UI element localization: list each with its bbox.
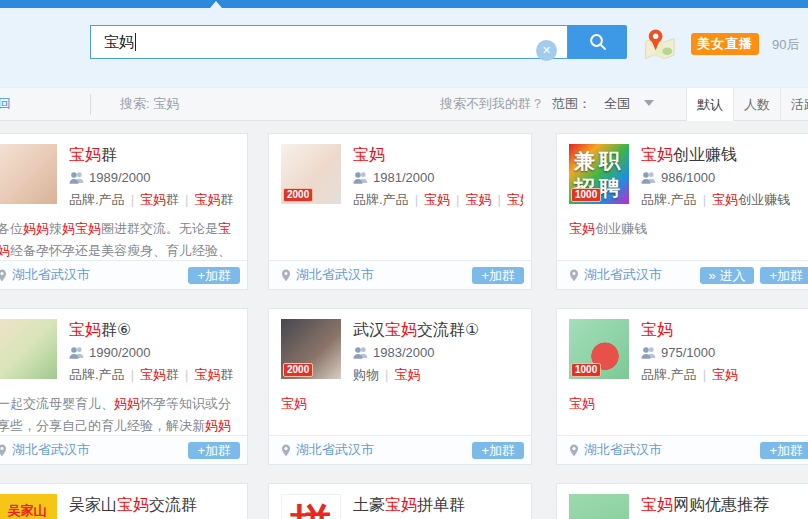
group-desc: 一起交流母婴育儿、妈妈怀孕等知识或分享些，分享自己的育儿经验，解决新妈妈对宝宝.… — [0, 393, 237, 437]
card-buttons: +加群 — [466, 441, 524, 460]
magnifier-icon — [588, 32, 608, 52]
live-stream-badge[interactable]: 美女直播 — [691, 33, 759, 55]
range-select[interactable]: 全国 — [604, 88, 654, 120]
members-icon — [69, 346, 84, 359]
group-avatar[interactable] — [0, 319, 57, 379]
results-grid: 宝妈群 1989/2000 品牌.产品|宝妈群|宝妈群|宝妈群 各位妈妈辣妈宝妈… — [0, 121, 808, 519]
nearby-map-icon[interactable] — [641, 26, 678, 63]
group-avatar[interactable] — [0, 144, 57, 204]
group-info: 宝妈 1981/2000 品牌.产品|宝妈|宝妈|宝妈 — [353, 144, 523, 209]
avatar-text: 拼 — [282, 495, 340, 519]
tab-0[interactable]: 默认 — [686, 88, 733, 121]
group-desc: 宝妈 — [281, 393, 521, 415]
group-avatar[interactable]: 2000 — [281, 144, 341, 204]
card-buttons: +加群 — [754, 441, 808, 460]
tab-group: 默认人数活跃 — [686, 88, 808, 121]
search-input[interactable]: 宝妈 — [90, 25, 568, 59]
group-avatar[interactable]: 2000 — [281, 319, 341, 379]
group-info: 武汉宝妈交流群① 1983/2000 购物|宝妈 — [353, 319, 523, 384]
card-buttons: +加群 — [182, 266, 240, 285]
location-pin-icon — [281, 269, 291, 282]
qq-group-search-page: { "colors":{"topbar":"#2e89dc","panel_bg… — [0, 0, 808, 519]
group-card[interactable]: 兼职招聘 1000 宝妈创业赚钱 986/1000 品牌.产品|宝妈创业赚钱 宝… — [556, 133, 808, 290]
group-title[interactable]: 宝妈网购优惠推荐 — [641, 494, 808, 515]
group-info: 宝妈群 1989/2000 品牌.产品|宝妈群|宝妈群|宝妈群 — [69, 144, 239, 209]
tab-2[interactable]: 活跃 — [780, 88, 808, 121]
location-text: 湖北省武汉市 — [12, 266, 90, 284]
card-footer: 湖北省武汉市 +加群 — [0, 260, 247, 289]
card-footer: 湖北省武汉市 +加群 — [0, 435, 247, 464]
group-avatar[interactable] — [569, 494, 629, 519]
join-button[interactable]: +加群 — [760, 267, 808, 284]
group-title[interactable]: 土豪宝妈拼单群 — [353, 494, 523, 515]
hot-links: 90后TF — [772, 35, 808, 54]
member-count: 975/1000 — [641, 345, 808, 360]
hot-link-0[interactable]: 90后 — [772, 37, 799, 52]
group-location: 湖北省武汉市 — [281, 266, 466, 284]
search-button[interactable] — [568, 25, 627, 59]
member-count-text: 1989/2000 — [89, 170, 150, 185]
group-tags: 购物|宝妈 — [353, 366, 523, 384]
filter-bar: 返回 搜索: 宝妈 搜索不到我的群？ 范围： 全国 默认人数活跃 — [0, 87, 808, 121]
location-pin-icon — [0, 444, 7, 457]
search-term-label: 搜索: 宝妈 — [120, 88, 179, 120]
location-pin-icon — [0, 269, 7, 282]
group-title[interactable]: 宝妈创业赚钱 — [641, 144, 808, 165]
group-card[interactable]: 宝妈群⑥ 1990/2000 品牌.产品|宝妈群|宝妈群|宝妈群 一起交流母婴育… — [0, 308, 248, 465]
group-title[interactable]: 宝妈群 — [69, 144, 239, 165]
group-info: 吴家山宝妈交流群 347/2000 — [69, 494, 239, 519]
group-card[interactable]: 2000 宝妈 1981/2000 品牌.产品|宝妈|宝妈|宝妈 — [268, 133, 532, 290]
card-footer: 湖北省武汉市 +加群 — [269, 435, 531, 464]
cant-find-group-link[interactable]: 搜索不到我的群？ — [440, 88, 544, 120]
group-card[interactable]: 2000 武汉宝妈交流群① 1983/2000 购物|宝妈 宝妈 — [268, 308, 532, 465]
join-button[interactable]: +加群 — [188, 267, 240, 284]
group-avatar[interactable]: 兼职招聘 1000 — [569, 144, 629, 204]
group-desc: 宝妈 — [569, 393, 808, 415]
card-buttons: +加群 — [182, 441, 240, 460]
group-title[interactable]: 武汉宝妈交流群① — [353, 319, 523, 340]
header-right-cluster: 美女直播 90后TF — [641, 24, 808, 64]
member-count: 1989/2000 — [69, 170, 239, 185]
avatar-capacity-badge: 1000 — [571, 188, 601, 202]
group-card[interactable]: 拼 土豪宝妈拼单群 966/1000 — [268, 483, 532, 519]
group-title[interactable]: 宝妈 — [641, 319, 808, 340]
location-pin-icon — [569, 444, 579, 457]
members-icon — [641, 346, 656, 359]
group-title[interactable]: 宝妈 — [353, 144, 523, 165]
enter-button[interactable]: » 进入 — [700, 267, 755, 284]
group-title[interactable]: 吴家山宝妈交流群 — [69, 494, 239, 515]
members-icon — [353, 171, 368, 184]
panel-notch — [210, 1, 222, 8]
group-avatar[interactable]: 拼 — [281, 494, 341, 519]
group-desc: 各位妈妈辣妈宝妈圈进群交流。无论是宝妈经备孕怀孕还是美容瘦身、育儿经验、家庭烦.… — [0, 218, 237, 262]
group-avatar[interactable]: 1000 — [569, 319, 629, 379]
group-tags: 品牌.产品|宝妈|宝妈|宝妈 — [353, 191, 523, 209]
tab-1[interactable]: 人数 — [733, 88, 780, 121]
join-button[interactable]: +加群 — [188, 442, 240, 459]
group-avatar[interactable]: 吴家山宝妈 — [0, 494, 57, 519]
back-link[interactable]: 返回 — [0, 88, 11, 120]
location-text: 湖北省武汉市 — [296, 266, 374, 284]
text-caret — [135, 33, 136, 51]
clear-search-button[interactable]: × — [536, 40, 557, 61]
members-icon — [353, 346, 368, 359]
group-location: 湖北省武汉市 — [0, 441, 182, 459]
group-card[interactable]: 吴家山宝妈 吴家山宝妈交流群 347/2000 — [0, 483, 248, 519]
card-footer: 湖北省武汉市 +加群 — [557, 435, 808, 464]
group-info: 宝妈 975/1000 品牌.产品|宝妈 — [641, 319, 808, 384]
join-button[interactable]: +加群 — [760, 442, 808, 459]
group-card[interactable]: 1000 宝妈 975/1000 品牌.产品|宝妈 宝妈 — [556, 308, 808, 465]
group-card[interactable]: 宝妈网购优惠推荐 312/2000 — [556, 483, 808, 519]
avatar-capacity-badge: 2000 — [283, 363, 313, 377]
join-button[interactable]: +加群 — [472, 442, 524, 459]
group-title[interactable]: 宝妈群⑥ — [69, 319, 239, 340]
member-count-text: 975/1000 — [661, 345, 715, 360]
group-card[interactable]: 宝妈群 1989/2000 品牌.产品|宝妈群|宝妈群|宝妈群 各位妈妈辣妈宝妈… — [0, 133, 248, 290]
join-button[interactable]: +加群 — [472, 267, 524, 284]
members-icon — [69, 171, 84, 184]
top-blue-bar — [0, 0, 808, 8]
group-location: 湖北省武汉市 — [569, 266, 694, 284]
group-desc: 宝妈创业赚钱 — [569, 218, 808, 240]
member-count-text: 1990/2000 — [89, 345, 150, 360]
search-input-value: 宝妈 — [104, 33, 134, 52]
